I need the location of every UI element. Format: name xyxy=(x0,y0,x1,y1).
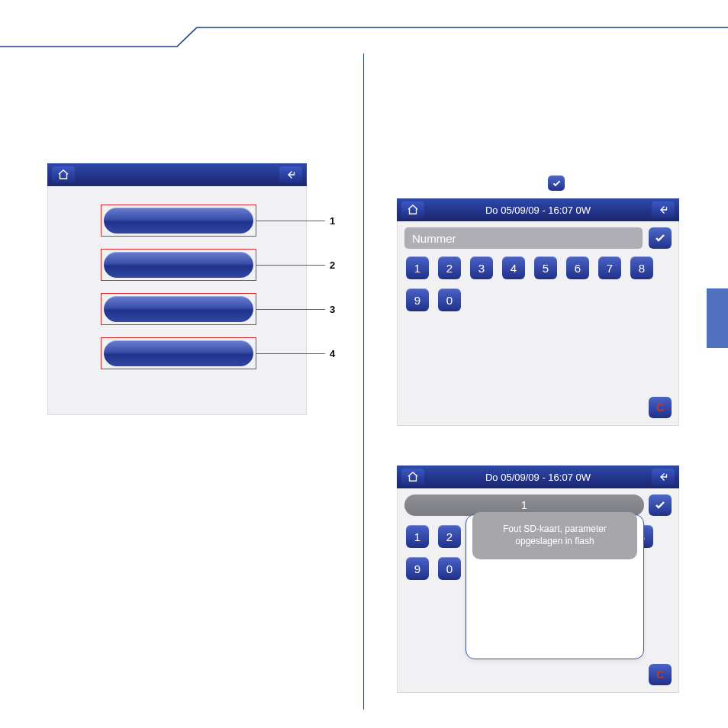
titlebar: Do 05/09/09 - 16:07 0W xyxy=(397,465,679,488)
titlebar: Do 05/09/09 - 16:07 0W xyxy=(397,198,679,221)
back-button[interactable] xyxy=(652,201,675,218)
titlebar-datetime: Do 05/09/09 - 16:07 0W xyxy=(426,472,650,483)
callout-2-line xyxy=(256,265,325,266)
key-3[interactable]: 3 xyxy=(470,256,493,279)
side-tab-marker xyxy=(707,288,728,348)
back-button[interactable] xyxy=(279,166,302,183)
key-8[interactable]: 8 xyxy=(630,256,653,279)
callout-1-line xyxy=(256,221,325,221)
option-button-3[interactable] xyxy=(104,296,253,322)
option-button-1[interactable] xyxy=(104,208,253,234)
option-button-2[interactable] xyxy=(104,252,253,278)
key-7[interactable]: 7 xyxy=(598,256,621,279)
confirm-button[interactable] xyxy=(649,227,672,249)
key-9[interactable]: 9 xyxy=(406,288,429,311)
home-button[interactable] xyxy=(401,469,424,485)
home-button[interactable] xyxy=(401,201,424,218)
callout-1-num: 1 xyxy=(330,215,335,227)
key-6[interactable]: 6 xyxy=(566,256,589,279)
decorative-top-line xyxy=(0,24,728,47)
titlebar xyxy=(47,163,307,186)
home-button[interactable] xyxy=(52,166,75,183)
key-0[interactable]: 0 xyxy=(438,288,461,311)
key-1[interactable]: 1 xyxy=(406,525,429,548)
titlebar-datetime: Do 05/09/09 - 16:07 0W xyxy=(426,205,650,216)
sd-error-dialog: Fout SD-kaart, parameter opgeslagen in f… xyxy=(465,514,644,659)
screen-keypad-nummer: Do 05/09/09 - 16:07 0W Nummer 1 2 3 4 5 … xyxy=(397,198,679,426)
option-button-4[interactable] xyxy=(104,340,253,366)
confirm-icon-inline xyxy=(548,176,565,191)
key-2[interactable]: 2 xyxy=(438,256,461,279)
callout-4-box xyxy=(101,337,256,369)
callout-3-num: 3 xyxy=(330,304,335,315)
sd-error-text: Fout SD-kaart, parameter opgeslagen in f… xyxy=(472,512,637,559)
key-row-1: 1 2 3 4 5 6 7 8 xyxy=(397,256,679,279)
key-2[interactable]: 2 xyxy=(438,525,461,548)
screen-keypad-sd-error: Do 05/09/09 - 16:07 0W 1 1 2 3 4 5 6 7 8… xyxy=(397,465,679,693)
callout-2-num: 2 xyxy=(330,259,335,271)
callout-3-box xyxy=(101,293,256,325)
key-0[interactable]: 0 xyxy=(438,557,461,580)
key-5[interactable]: 5 xyxy=(534,256,557,279)
key-9[interactable]: 9 xyxy=(406,557,429,580)
callout-2-box xyxy=(101,249,256,281)
numeric-input[interactable]: Nummer xyxy=(404,227,643,249)
clear-button[interactable]: C xyxy=(649,397,672,418)
clear-button[interactable]: C xyxy=(649,664,672,685)
confirm-button[interactable] xyxy=(649,494,672,516)
vertical-separator xyxy=(363,53,364,710)
key-row-2: 9 0 xyxy=(397,288,679,311)
callout-1-box xyxy=(101,205,256,237)
callout-4-line xyxy=(256,353,325,354)
key-4[interactable]: 4 xyxy=(502,256,525,279)
callout-3-line xyxy=(256,309,325,310)
callout-4-num: 4 xyxy=(330,348,335,359)
key-1[interactable]: 1 xyxy=(406,256,429,279)
back-button[interactable] xyxy=(652,469,675,485)
screen-save-menu xyxy=(47,163,307,415)
